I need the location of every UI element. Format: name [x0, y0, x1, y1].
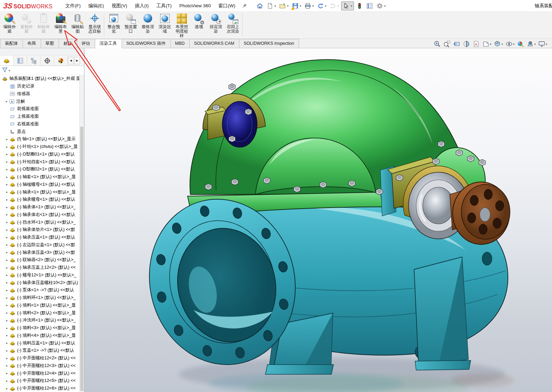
- print-caret[interactable]: ▾: [312, 4, 314, 8]
- tree-expand-arrow[interactable]: ▸: [4, 236, 10, 239]
- tree-expand-arrow[interactable]: ▸: [4, 175, 10, 179]
- tree-item[interactable]: 上视基准面: [0, 113, 79, 120]
- tree-item[interactable]: ▸(-) 中开面螺柱12<6> (默认) <<: [0, 385, 79, 392]
- tree-item[interactable]: ▸(-) 左边防尘盖<1> (默认) <<默: [0, 241, 79, 249]
- tree-expand-arrow[interactable]: ▸: [4, 303, 10, 307]
- filter-caret[interactable]: ▾: [9, 69, 10, 72]
- redo-caret[interactable]: ▾: [338, 4, 339, 8]
- save-caret[interactable]: ▾: [300, 4, 301, 8]
- tree-item[interactable]: ▸(-) 轴承体垫片<1> (默认) <<默: [0, 226, 79, 234]
- tree-expand-arrow[interactable]: ▸: [4, 341, 10, 345]
- tree-item[interactable]: ▸(f) 轴<1> (默认) <<默认>_显示: [0, 135, 79, 143]
- integrated-preview-button[interactable]: 整合预览: [105, 12, 122, 38]
- tree-item[interactable]: ▸(-) 轴承体右<1> (默认) <<默认: [0, 211, 79, 219]
- panel-tab-propertymanager[interactable]: [14, 56, 27, 66]
- tree-expand-arrow[interactable]: ▸: [4, 183, 10, 186]
- tree-item[interactable]: ▸(-) 螺母12<1> (默认) <<默认>_: [0, 272, 79, 279]
- view-orientation-button[interactable]: ▾: [482, 40, 491, 48]
- menu-item-insert[interactable]: 插入(I): [131, 0, 153, 11]
- tree-item[interactable]: ▸(-) 中开面螺柱12<4> (默认) <<: [0, 369, 79, 377]
- menu-item-tools[interactable]: 工具(T): [153, 0, 175, 11]
- tree-item[interactable]: 原点: [0, 128, 79, 135]
- tree-item[interactable]: ▸(-) O型圈02<1> (默认) <<默认: [0, 166, 79, 173]
- tab-layout[interactable]: 布局: [23, 39, 41, 48]
- tree-item[interactable]: ▸(-) 填料压盖<1> (默认) <<默认: [0, 339, 79, 347]
- tree-expand-arrow[interactable]: ▸: [4, 349, 10, 352]
- tab-markup[interactable]: 标注: [59, 39, 77, 48]
- tree-expand-arrow[interactable]: ▸: [4, 100, 9, 103]
- tree-expand-arrow[interactable]: ▸: [4, 266, 10, 269]
- menu-item-view[interactable]: 视图(V): [108, 0, 131, 11]
- tree-item[interactable]: ▸(-) O型圈01<1> (默认) <<默认: [0, 151, 79, 158]
- tree-expand-arrow[interactable]: ▸: [4, 190, 10, 194]
- display-style-button[interactable]: ▾: [494, 40, 503, 48]
- tree-expand-arrow[interactable]: ▸: [4, 357, 10, 360]
- tree-expand-arrow[interactable]: ▸: [4, 258, 10, 262]
- tree-expand-arrow[interactable]: ▸: [4, 243, 10, 247]
- menu-pin-icon[interactable]: [241, 3, 247, 9]
- undo-button[interactable]: ▾: [316, 2, 327, 10]
- tree-item[interactable]: 传感器: [0, 90, 79, 98]
- tree-expand-arrow[interactable]: ▸: [4, 137, 10, 141]
- performance-evaluation-button[interactable]: [355, 2, 364, 10]
- tree-item[interactable]: ▸(-) 轴承体<1> (默认) <<默认>_: [0, 203, 79, 211]
- tree-expand-arrow[interactable]: ▸: [4, 326, 10, 330]
- tree-item[interactable]: ▸(-) 填料环<1> (默认) <<默认>_: [0, 294, 79, 302]
- previous-view-button[interactable]: [453, 40, 460, 48]
- tree-item[interactable]: ▸(-) 轴端螺母<1> (默认) <<默认: [0, 181, 79, 189]
- options-gear-caret[interactable]: ▾: [384, 4, 386, 8]
- recall-last-render-button[interactable]: 召回上次渲染: [224, 12, 241, 38]
- tree-item[interactable]: ▸(-) 联轴器<2> (默认) <<默认>_: [0, 256, 79, 264]
- tree-expand-arrow[interactable]: ▸: [4, 311, 10, 315]
- open-caret[interactable]: ▾: [287, 4, 288, 8]
- select-caret[interactable]: ▾: [351, 4, 352, 8]
- panel-tab-displaymanager[interactable]: [54, 56, 68, 66]
- menu-item-file[interactable]: 文件(F): [61, 0, 84, 11]
- tree-expand-arrow[interactable]: ▸: [4, 334, 10, 337]
- tree-expand-arrow[interactable]: ▸: [4, 281, 10, 284]
- annotations-visibility-button[interactable]: A: [472, 40, 480, 48]
- panel-tab-featuremanager-tree[interactable]: [0, 56, 14, 66]
- home-button[interactable]: [255, 2, 264, 10]
- new-document-caret[interactable]: ▾: [274, 4, 276, 8]
- schedule-render-button[interactable]: 排定渲染: [207, 12, 224, 38]
- filter-funnel-icon[interactable]: [2, 67, 8, 74]
- tree-item[interactable]: ▸(-) 填料<2> (默认) <<默认>_显: [0, 309, 79, 317]
- tree-item[interactable]: 轴系装配体1 (默认) <<默认>_外观 显: [0, 75, 79, 83]
- apply-scene-button[interactable]: ▾: [527, 40, 536, 48]
- tree-expand-arrow[interactable]: ▸: [4, 289, 10, 292]
- task-pane-list-button[interactable]: [365, 2, 374, 10]
- tree-item[interactable]: ▸(-) 填料<4> (默认) <<默认>_显: [0, 332, 79, 340]
- final-render-button[interactable]: 最终渲染: [139, 12, 156, 38]
- print-button[interactable]: ▾: [303, 2, 315, 10]
- tree-expand-arrow[interactable]: ▸: [4, 160, 10, 164]
- graphics-viewport[interactable]: [84, 48, 552, 392]
- tree-item[interactable]: ▸(-) 轴承体压盖<3> (默认) <<默: [0, 249, 79, 256]
- tree-item[interactable]: ▸(-) 填料<3> (默认) <<默认>_显: [0, 324, 79, 332]
- display-state-target-button[interactable]: 显示状态目标: [86, 12, 103, 38]
- tree-item[interactable]: ▸(-) 冲洗环<1> (默认) <<默认>_: [0, 317, 79, 324]
- display-style-caret[interactable]: ▾: [501, 42, 503, 46]
- scene-illumination-proof-button[interactable]: 布景照明度校样: [173, 12, 190, 38]
- tab-solidworks-inspection[interactable]: SOLIDWORKS Inspection: [239, 39, 299, 48]
- tree-item[interactable]: ▸(-) 挡水环<1> (默认) <<默认>_: [0, 218, 79, 226]
- render-region-button[interactable]: 渲染区域: [156, 12, 173, 38]
- tree-scrollbar[interactable]: [79, 75, 84, 392]
- new-document-button[interactable]: ▾: [265, 2, 277, 10]
- tree-expand-arrow[interactable]: ▸: [4, 213, 10, 216]
- tab-solidworks-cam[interactable]: SOLIDWORKS CAM: [189, 39, 239, 48]
- view-orientation-caret[interactable]: ▾: [490, 42, 491, 46]
- undo-caret[interactable]: ▾: [325, 4, 326, 8]
- tab-sketch[interactable]: 草图: [41, 39, 59, 48]
- options-gear-button[interactable]: ▾: [375, 2, 387, 10]
- tree-item[interactable]: ▸(-) 轴承螺母<1> (默认) <<默认: [0, 196, 79, 203]
- tree-item[interactable]: ▸A注解: [0, 98, 79, 105]
- tree-item[interactable]: ▸(-) 泵体<1> ->? (默认) <<默认: [0, 286, 79, 294]
- tree-item[interactable]: ▸(-) 轴承压盖<1> (默认) <<默认: [0, 234, 79, 241]
- tree-expand-arrow[interactable]: ▸: [4, 273, 10, 277]
- tree-scrollbar-thumb[interactable]: [80, 127, 83, 391]
- panel-tab-dimxpertmanager[interactable]: [41, 56, 54, 66]
- panel-tabs-scroll-right[interactable]: ▶: [74, 57, 80, 64]
- tree-expand-arrow[interactable]: ▸: [4, 364, 10, 367]
- tree-expand-arrow[interactable]: ▸: [4, 372, 10, 375]
